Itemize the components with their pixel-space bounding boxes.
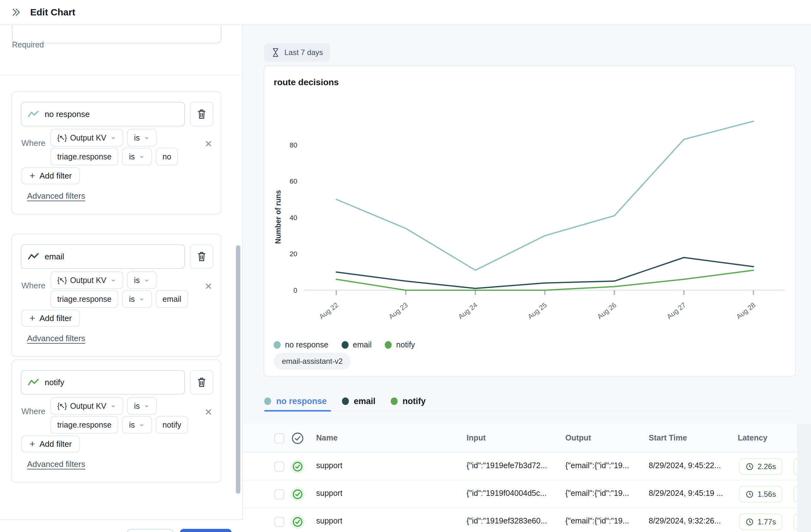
delete-series-button[interactable]: [190, 370, 213, 395]
delete-series-button[interactable]: [190, 102, 213, 126]
svg-text:Aug 23: Aug 23: [387, 301, 409, 321]
key-input[interactable]: triage.response: [50, 290, 118, 308]
run-input[interactable]: {"id":"1919f04004d5c...: [466, 489, 561, 498]
legend-dot: [385, 341, 392, 349]
table-row[interactable]: support {"id":"1919efe7b3d72... {"email"…: [243, 453, 811, 481]
trash-icon: [197, 377, 206, 388]
field-value: Output KV: [70, 402, 106, 411]
page-title: Edit Chart: [30, 7, 75, 18]
row-checkbox[interactable]: [274, 489, 285, 499]
field-select[interactable]: {↖} Output KV ⌄: [50, 129, 123, 146]
svg-text:Aug 22: Aug 22: [318, 301, 340, 321]
hourglass-icon: [271, 48, 280, 57]
line-chart[interactable]: Number of runs020406080Aug 22Aug 23Aug 2…: [264, 66, 797, 377]
field-value: Output KV: [70, 276, 106, 285]
panel-scrollbar[interactable]: [236, 245, 240, 494]
value-input[interactable]: notify: [156, 416, 188, 434]
column-header-name[interactable]: Name: [316, 433, 338, 442]
column-header-input[interactable]: Input: [466, 433, 561, 442]
series-name-input[interactable]: notify: [21, 370, 185, 395]
panel-footer: Cancel Save: [0, 519, 243, 532]
legend-dot: [342, 341, 349, 349]
where-label: Where: [21, 138, 46, 148]
value-input[interactable]: no: [156, 148, 178, 166]
chevron-down-icon: ⌄: [110, 403, 117, 406]
key-input[interactable]: triage.response: [50, 148, 118, 166]
column-header-latency[interactable]: Latency: [738, 433, 767, 442]
run-name[interactable]: support: [316, 489, 342, 498]
run-name[interactable]: support: [316, 461, 342, 470]
table-row[interactable]: support {"id":"1919f04004d5c... {"email"…: [243, 481, 811, 508]
field-select[interactable]: {↖} Output KV ⌄: [50, 397, 123, 415]
operator-select[interactable]: is ⌄: [127, 271, 157, 289]
remove-filter-icon[interactable]: ✕: [204, 138, 212, 150]
time-range-chip[interactable]: Last 7 days: [264, 43, 330, 62]
key-input[interactable]: triage.response: [50, 416, 118, 434]
legend-item[interactable]: notify: [385, 340, 415, 349]
remove-filter-icon[interactable]: ✕: [204, 281, 212, 292]
runs-table: Name Input Output Start Time Latency sup…: [243, 424, 811, 532]
cancel-button[interactable]: Cancel: [127, 529, 173, 532]
legend-item[interactable]: no response: [274, 340, 328, 349]
select-all-checkbox[interactable]: [274, 433, 285, 443]
column-header-start-time[interactable]: Start Time: [649, 433, 737, 442]
remove-filter-icon[interactable]: ✕: [204, 407, 212, 418]
add-filter-button[interactable]: + Add filter: [21, 167, 80, 184]
advanced-filters-link[interactable]: Advanced filters: [27, 191, 85, 201]
advanced-filters-link[interactable]: Advanced filters: [27, 459, 85, 469]
operator-select[interactable]: is ⌄: [127, 129, 157, 146]
dataset-tag[interactable]: email-assistant-v2: [274, 353, 351, 370]
operator-select[interactable]: is ⌄: [127, 397, 157, 415]
series-name-input[interactable]: no response: [21, 102, 185, 126]
operator-value: is: [134, 402, 140, 411]
trash-icon: [197, 109, 206, 120]
table-row[interactable]: support {"id":"1919ef3283e60... {"email"…: [243, 508, 811, 532]
row-checkbox[interactable]: [274, 517, 285, 527]
advanced-filters-link[interactable]: Advanced filters: [27, 333, 85, 343]
field-select[interactable]: {↖} Output KV ⌄: [50, 271, 123, 289]
series-name-value: email: [45, 252, 64, 262]
run-input[interactable]: {"id":"1919efe7b3d72...: [466, 461, 561, 470]
legend-label: email: [353, 340, 372, 349]
run-output[interactable]: {"email":{"id":"19...: [565, 516, 645, 526]
chevron-down-icon: ⌄: [138, 296, 145, 299]
key-operator-select[interactable]: is ⌄: [122, 290, 152, 308]
tab-dot: [264, 397, 271, 405]
chevron-down-icon: ⌄: [110, 277, 117, 280]
table-scrollbar-track[interactable]: [797, 424, 811, 532]
column-header-output[interactable]: Output: [565, 433, 645, 442]
series-card-notify: notify Where {↖} Output KV ⌄ is ⌄ tria: [11, 359, 221, 483]
key-operator-select[interactable]: is ⌄: [122, 416, 152, 434]
svg-text:Number of runs: Number of runs: [274, 190, 282, 244]
tab-notify[interactable]: notify: [391, 396, 426, 406]
series-name-input[interactable]: email: [21, 244, 185, 269]
run-input[interactable]: {"id":"1919ef3283e60...: [466, 516, 561, 526]
delete-series-button[interactable]: [190, 244, 213, 269]
status-column-icon: [291, 432, 305, 445]
run-output[interactable]: {"email":{"id":"19...: [565, 461, 645, 470]
key-operator-select[interactable]: is ⌄: [122, 148, 152, 166]
row-checkbox[interactable]: [274, 461, 285, 472]
chevron-down-icon: ⌄: [143, 277, 150, 280]
save-button[interactable]: Save: [180, 529, 231, 532]
add-filter-button[interactable]: + Add filter: [21, 310, 80, 327]
svg-text:Aug 24: Aug 24: [457, 301, 479, 321]
legend-item[interactable]: email: [342, 340, 372, 349]
chevron-down-icon: ⌄: [138, 422, 145, 425]
tab-no-response[interactable]: no response: [264, 396, 327, 406]
svg-text:20: 20: [290, 250, 297, 258]
value-input[interactable]: email: [156, 290, 188, 308]
legend-dot: [274, 341, 280, 349]
tabs-divider: [264, 411, 796, 411]
filter-row-field: {↖} Output KV ⌄ is ⌄: [50, 129, 157, 146]
line-series-icon: [28, 252, 39, 261]
collapse-panel-icon[interactable]: [10, 6, 22, 18]
operator-value: is: [134, 133, 140, 142]
svg-text:Aug 25: Aug 25: [526, 301, 548, 321]
trash-icon: [197, 251, 206, 262]
add-filter-button[interactable]: + Add filter: [21, 436, 80, 452]
run-name[interactable]: support: [316, 516, 342, 526]
where-label: Where: [21, 281, 46, 291]
tab-email[interactable]: email: [342, 396, 376, 406]
run-output[interactable]: {"email":{"id":"19...: [565, 489, 645, 498]
